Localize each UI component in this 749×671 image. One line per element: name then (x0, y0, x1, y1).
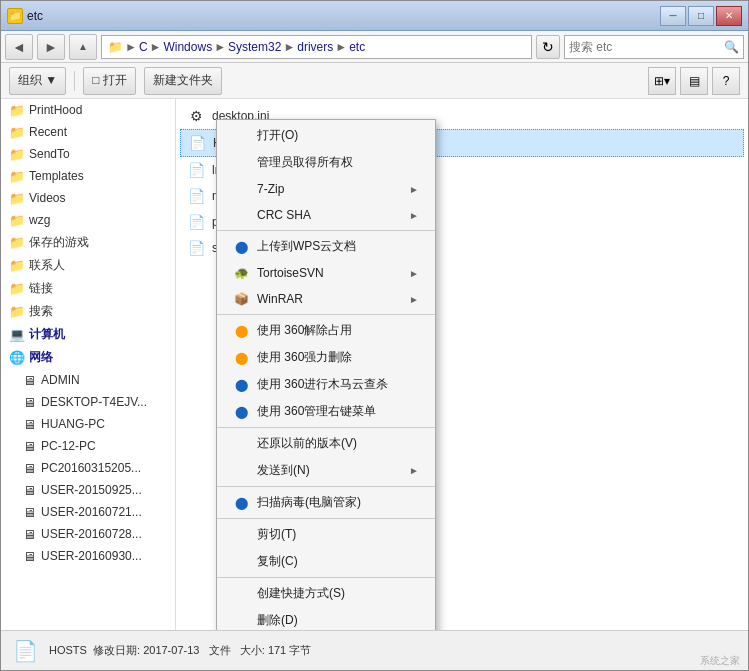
sidebar-item-printhood[interactable]: 📁 PrintHood (1, 99, 175, 121)
forward-button[interactable]: ► (37, 34, 65, 60)
sidebar-item-wzg[interactable]: 📁 wzg (1, 209, 175, 231)
sidebar-label-user2015: USER-20150925... (41, 483, 142, 497)
ctx-crcsha[interactable]: CRC SHA ► (217, 202, 435, 228)
panel-toggle-button[interactable]: ▤ (680, 67, 708, 95)
sidebar-item-desktop-t4ejv[interactable]: 🖥 DESKTOP-T4EJV... (1, 391, 175, 413)
ctx-restore[interactable]: 还原以前的版本(V) (217, 430, 435, 457)
path-windows[interactable]: Windows (163, 40, 212, 54)
sidebar-label-user2016b: USER-20160728... (41, 527, 142, 541)
ctx-copy[interactable]: 复制(C) (217, 548, 435, 575)
ctx-open-label: 打开(O) (257, 127, 298, 144)
path-drivers[interactable]: drivers (297, 40, 333, 54)
ctx-7zip-label: 7-Zip (257, 182, 284, 196)
ctx-delete-left: 删除(D) (233, 612, 298, 629)
ctx-360delete-icon: ⬤ (233, 350, 249, 366)
ctx-delete[interactable]: 删除(D) (217, 607, 435, 630)
path-arrow-3: ► (283, 40, 295, 54)
ctx-sep-6 (217, 577, 435, 578)
view-mode-button[interactable]: ⊞▾ (648, 67, 676, 95)
path-system32[interactable]: System32 (228, 40, 281, 54)
sidebar-label-network: 网络 (29, 349, 53, 366)
sidebar-label-user2016c: USER-20160930... (41, 549, 142, 563)
ctx-360unlock-label: 使用 360解除占用 (257, 322, 352, 339)
sidebar-item-user2016b[interactable]: 🖥 USER-20160728... (1, 523, 175, 545)
ctx-shortcut[interactable]: 创建快捷方式(S) (217, 580, 435, 607)
ctx-admin-left: 管理员取得所有权 (233, 154, 353, 171)
open-button[interactable]: □ 打开 (83, 67, 136, 95)
search-input[interactable] (569, 40, 724, 54)
ctx-cut-icon (233, 527, 249, 543)
path-etc[interactable]: etc (349, 40, 365, 54)
ctx-wps-label: 上传到WPS云文档 (257, 238, 356, 255)
sidebar-item-pc2016[interactable]: 🖥 PC20160315205... (1, 457, 175, 479)
sidebar-item-user2016c[interactable]: 🖥 USER-20160930... (1, 545, 175, 567)
folder-icon: 📁 (9, 281, 25, 297)
sidebar-label-admin: ADMIN (41, 373, 80, 387)
ctx-sendto-left: 发送到(N) (233, 462, 310, 479)
sidebar-item-sendto[interactable]: 📁 SendTo (1, 143, 175, 165)
help-button[interactable]: ? (712, 67, 740, 95)
sidebar-item-videos[interactable]: 📁 Videos (1, 187, 175, 209)
up-button[interactable]: ▲ (69, 34, 97, 60)
ctx-crcsha-arrow: ► (409, 210, 419, 221)
path-arrow-4: ► (335, 40, 347, 54)
ctx-winrar[interactable]: 📦 WinRAR ► (217, 286, 435, 312)
ctx-wps[interactable]: ⬤ 上传到WPS云文档 (217, 233, 435, 260)
back-button[interactable]: ◄ (5, 34, 33, 60)
sidebar-item-lianxiren[interactable]: 📁 联系人 (1, 254, 175, 277)
sidebar-label-computer: 计算机 (29, 326, 65, 343)
ctx-scan-virus[interactable]: ⬤ 扫描病毒(电脑管家) (217, 489, 435, 516)
ctx-admin[interactable]: 管理员取得所有权 (217, 149, 435, 176)
sidebar-label-printhood: PrintHood (29, 103, 82, 117)
sidebar-item-network[interactable]: 🌐 网络 (1, 346, 175, 369)
ctx-sendto-icon (233, 463, 249, 479)
new-folder-button[interactable]: 新建文件夹 (144, 67, 222, 95)
close-button[interactable]: ✕ (716, 6, 742, 26)
minimize-button[interactable]: ─ (660, 6, 686, 26)
ctx-360delete[interactable]: ⬤ 使用 360强力删除 (217, 344, 435, 371)
toolbar: 组织 ▼ □ 打开 新建文件夹 ⊞▾ ▤ ? (1, 63, 748, 99)
sidebar-item-user2015[interactable]: 🖥 USER-20150925... (1, 479, 175, 501)
ctx-cut[interactable]: 剪切(T) (217, 521, 435, 548)
sidebar-item-pc12[interactable]: 🖥 PC-12-PC (1, 435, 175, 457)
new-folder-label: 新建文件夹 (153, 72, 213, 89)
maximize-button[interactable]: □ (688, 6, 714, 26)
sidebar-label-templates: Templates (29, 169, 84, 183)
sidebar-item-recent[interactable]: 📁 Recent (1, 121, 175, 143)
title-controls: ─ □ ✕ (660, 6, 742, 26)
ctx-crcsha-left: CRC SHA (233, 207, 311, 223)
sidebar-label-recent: Recent (29, 125, 67, 139)
path-sep-icon: 📁 (108, 40, 123, 54)
folder-icon: 📁 (9, 304, 25, 320)
pc-icon: 🖥 (21, 460, 37, 476)
path-c[interactable]: C (139, 40, 148, 54)
ctx-360unlock[interactable]: ⬤ 使用 360解除占用 (217, 317, 435, 344)
ctx-open[interactable]: 打开(O) (217, 122, 435, 149)
sidebar-item-user2016a[interactable]: 🖥 USER-20160721... (1, 501, 175, 523)
folder-icon: 📁 (9, 124, 25, 140)
computer-icon: 💻 (9, 327, 25, 343)
sidebar-item-sousuo[interactable]: 📁 搜索 (1, 300, 175, 323)
ctx-tortoisesvn-left: 🐢 TortoiseSVN (233, 265, 324, 281)
ctx-360menu[interactable]: ⬤ 使用 360管理右键菜单 (217, 398, 435, 425)
sidebar-item-computer[interactable]: 💻 计算机 (1, 323, 175, 346)
file-list[interactable]: ⚙ desktop.ini 📄 HOSTS 📄 lmhost... 📄 netw… (176, 99, 748, 630)
main-window: 📁 etc ─ □ ✕ ◄ ► ▲ 📁 ► C ► Windows ► Syst… (0, 0, 749, 671)
address-path[interactable]: 📁 ► C ► Windows ► System32 ► drivers ► e… (101, 35, 532, 59)
ctx-tortoisesvn[interactable]: 🐢 TortoiseSVN ► (217, 260, 435, 286)
ctx-360scan[interactable]: ⬤ 使用 360进行木马云查杀 (217, 371, 435, 398)
sidebar-item-huang-pc[interactable]: 🖥 HUANG-PC (1, 413, 175, 435)
path-arrow-0: ► (125, 40, 137, 54)
ctx-7zip[interactable]: 7-Zip ► (217, 176, 435, 202)
sidebar-item-lianjie[interactable]: 📁 链接 (1, 277, 175, 300)
sidebar-item-admin[interactable]: 🖥 ADMIN (1, 369, 175, 391)
ctx-sendto[interactable]: 发送到(N) ► (217, 457, 435, 484)
sidebar-item-templates[interactable]: 📁 Templates (1, 165, 175, 187)
refresh-button[interactable]: ↻ (536, 35, 560, 59)
pc-icon: 🖥 (21, 548, 37, 564)
ctx-scan-virus-icon: ⬤ (233, 495, 249, 511)
sidebar-label-user2016a: USER-20160721... (41, 505, 142, 519)
organize-button[interactable]: 组织 ▼ (9, 67, 66, 95)
sidebar-item-baocun[interactable]: 📁 保存的游戏 (1, 231, 175, 254)
search-box[interactable]: 🔍 (564, 35, 744, 59)
